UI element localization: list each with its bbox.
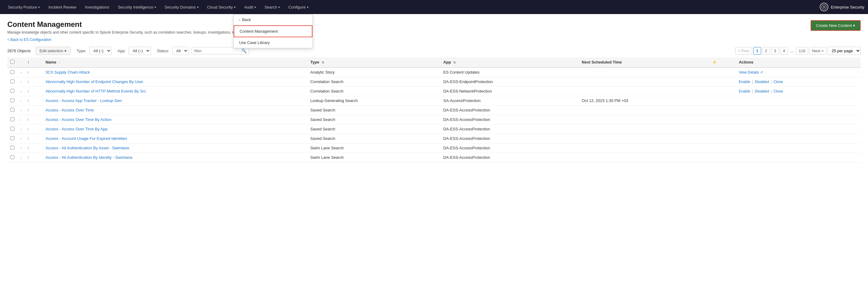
- row-lightning-cell: [709, 77, 736, 86]
- create-new-content-button[interactable]: Create New Content ▾: [811, 20, 861, 31]
- action-link-clone[interactable]: Clone: [773, 89, 783, 93]
- next-page-button[interactable]: Next >: [809, 47, 827, 55]
- expand-chevron-icon[interactable]: ›: [21, 90, 21, 93]
- pagination: < Prev 1 2 3 4 ... 116 Next > 25 per pag…: [735, 47, 861, 55]
- nav-audit[interactable]: Audit ▾: [240, 0, 260, 14]
- row-info-icon[interactable]: i: [28, 155, 29, 160]
- type-filter-select[interactable]: All (↑): [90, 47, 112, 55]
- action-link-enable[interactable]: Enable: [739, 89, 750, 93]
- nav-investigations[interactable]: Investigations: [81, 0, 114, 14]
- nav-label: Incident Review: [48, 5, 76, 9]
- action-link-disabled[interactable]: Disabled: [755, 80, 769, 84]
- row-checkbox-cell: [7, 77, 18, 86]
- action-link-disabled[interactable]: Disabled: [755, 89, 769, 93]
- nav-security-posture[interactable]: Security Posture ▾: [4, 0, 44, 14]
- row-info-icon[interactable]: i: [28, 80, 29, 84]
- row-name-link[interactable]: Access - Account Usage For Expired Ident…: [45, 136, 127, 141]
- row-app-cell: DA-ESS-AccessProtection: [440, 124, 579, 134]
- row-actions-cell: [736, 153, 861, 162]
- page-116-button[interactable]: 116: [796, 47, 808, 55]
- nav-security-domains[interactable]: Security Domains ▾: [160, 0, 203, 14]
- dropdown-item-back[interactable]: ‹ Back: [234, 14, 312, 25]
- row-name-link[interactable]: 3CX Supply Chain Attack: [45, 70, 90, 74]
- back-to-es-config-link[interactable]: < Back to ES Configuration: [7, 37, 51, 42]
- row-name-link[interactable]: Access - Access App Tracker - Lookup Gen: [45, 98, 122, 103]
- row-name-link[interactable]: Access - Access Over Time: [45, 108, 94, 112]
- object-count: 2876 Objects: [7, 49, 31, 53]
- row-name-link[interactable]: Access - All Authentication By Asset - S…: [45, 146, 129, 150]
- nav-configure[interactable]: Configure ▾ ‹ Back Content Management Us…: [284, 0, 312, 14]
- row-checkbox[interactable]: [10, 155, 14, 159]
- dropdown-item-use-case-library[interactable]: Use Case Library: [234, 37, 312, 48]
- expand-chevron-icon[interactable]: ›: [21, 156, 21, 159]
- row-info-icon[interactable]: i: [28, 108, 29, 112]
- nav-search[interactable]: Search ▾: [260, 0, 284, 14]
- prev-page-button[interactable]: < Prev: [735, 47, 752, 55]
- row-checkbox[interactable]: [10, 127, 14, 131]
- row-checkbox[interactable]: [10, 117, 14, 121]
- expand-chevron-icon[interactable]: ›: [21, 118, 21, 122]
- row-info-icon[interactable]: i: [28, 146, 29, 150]
- per-page-select[interactable]: 25 per page: [828, 47, 861, 55]
- row-info-icon[interactable]: i: [28, 136, 29, 141]
- action-link-clone[interactable]: Clone: [773, 80, 783, 84]
- edit-selection-button[interactable]: Edit selection ▾: [36, 47, 70, 55]
- expand-chevron-icon[interactable]: ›: [21, 109, 21, 112]
- row-type-cell: Saved Search: [307, 105, 440, 115]
- row-checkbox[interactable]: [10, 108, 14, 112]
- row-name-link[interactable]: Abnormally High Number of HTTP Method Ev…: [45, 89, 146, 93]
- view-details-action-link[interactable]: View Details ↗: [739, 70, 763, 74]
- expand-chevron-icon[interactable]: ›: [21, 80, 21, 84]
- row-checkbox[interactable]: [10, 146, 14, 150]
- row-checkbox[interactable]: [10, 98, 14, 102]
- select-all-checkbox[interactable]: [10, 60, 14, 64]
- nav-cloud-security[interactable]: Cloud Security ▾: [203, 0, 240, 14]
- table-body: ›i3CX Supply Chain AttackAnalytic StoryE…: [7, 67, 861, 162]
- row-lightning-cell: [709, 153, 736, 162]
- row-info-icon[interactable]: i: [28, 118, 29, 122]
- dropdown-caret: ▾: [234, 5, 236, 9]
- row-info-icon[interactable]: i: [28, 89, 29, 93]
- expand-chevron-icon[interactable]: ›: [21, 147, 21, 150]
- row-checkbox[interactable]: [10, 89, 14, 93]
- page-1-button[interactable]: 1: [753, 47, 761, 55]
- row-checkbox[interactable]: [10, 136, 14, 140]
- nav-label: Security Posture: [8, 5, 37, 9]
- row-scheduled-cell: [579, 143, 709, 153]
- row-name-link[interactable]: Access - Access Over Time By Action: [45, 117, 112, 122]
- row-name-cell: Abnormally High Number of Endpoint Chang…: [42, 77, 307, 86]
- page-4-button[interactable]: 4: [780, 47, 788, 55]
- col-header-name[interactable]: Name ↑: [42, 57, 307, 67]
- row-info-cell: i: [25, 134, 42, 143]
- page-title: Content Management: [7, 20, 247, 29]
- expand-chevron-icon[interactable]: ›: [21, 137, 21, 141]
- action-link-enable[interactable]: Enable: [739, 80, 750, 84]
- row-info-icon[interactable]: i: [28, 127, 29, 131]
- row-checkbox[interactable]: [10, 80, 14, 83]
- page-2-button[interactable]: 2: [762, 47, 770, 55]
- row-app-cell: DA-ESS-AccessProtection: [440, 153, 579, 162]
- app-filter-select[interactable]: All (↑): [129, 47, 151, 55]
- row-name-cell: 3CX Supply Chain Attack: [42, 67, 307, 77]
- nav-incident-review[interactable]: Incident Review: [44, 0, 81, 14]
- top-nav: Security Posture ▾ Incident Review Inves…: [0, 0, 868, 14]
- sort-icon-type: ⇅: [321, 61, 324, 64]
- row-type-cell: Lookup Generating Search: [307, 96, 440, 105]
- row-name-link[interactable]: Access - All Authentication By Identity …: [45, 155, 132, 160]
- expand-chevron-icon[interactable]: ›: [21, 128, 21, 131]
- expand-chevron-icon[interactable]: ›: [21, 71, 21, 74]
- expand-chevron-icon[interactable]: ›: [21, 99, 21, 102]
- row-expand-cell: ›: [18, 143, 25, 153]
- col-header-type[interactable]: Type ⇅: [307, 57, 440, 67]
- row-info-icon[interactable]: i: [28, 99, 29, 103]
- dropdown-item-content-management[interactable]: Content Management: [234, 25, 312, 37]
- row-name-link[interactable]: Abnormally High Number of Endpoint Chang…: [45, 80, 143, 84]
- row-info-icon[interactable]: i: [28, 70, 29, 74]
- filter-input[interactable]: [194, 49, 240, 53]
- page-3-button[interactable]: 3: [771, 47, 779, 55]
- status-filter-select[interactable]: All: [172, 47, 188, 55]
- col-header-app[interactable]: App ⇅: [440, 57, 579, 67]
- row-checkbox[interactable]: [10, 70, 14, 74]
- nav-security-intelligence[interactable]: Security Intelligence ▾: [114, 0, 160, 14]
- row-name-link[interactable]: Access - Access Over Time By App: [45, 127, 107, 131]
